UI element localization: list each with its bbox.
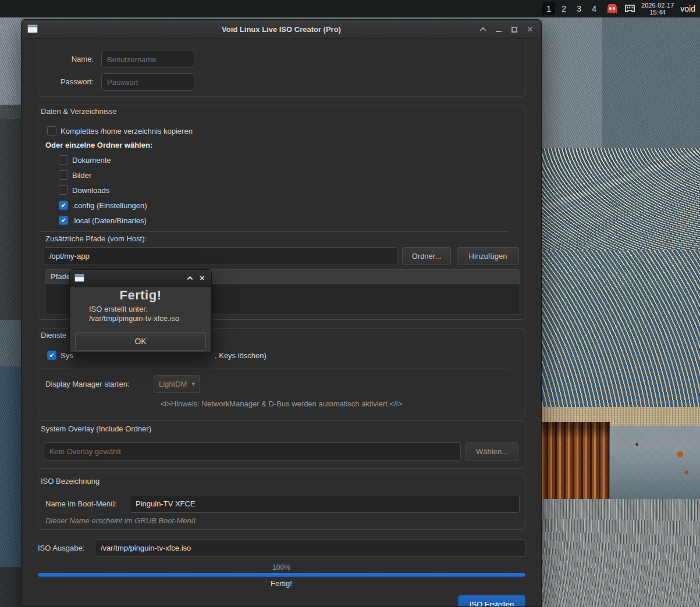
dialog-close-icon[interactable]: ✕ bbox=[199, 274, 205, 282]
chevron-down-icon: ▾ bbox=[191, 380, 195, 388]
checkbox-bilder[interactable] bbox=[59, 170, 68, 180]
display-manager-value: LightDM bbox=[159, 380, 187, 388]
extra-paths-label: Zusätzliche Pfade (vom Host): bbox=[45, 234, 147, 243]
folder-row-dokumente: Dokumente bbox=[59, 155, 111, 165]
overlay-group-title: System Overlay (Include Ordner) bbox=[41, 424, 151, 433]
password-input[interactable] bbox=[101, 73, 194, 91]
home-checkbox-row: Komplettes /home verzeichnis kopieren bbox=[47, 126, 193, 135]
folder-row-bilder: Bilder bbox=[59, 170, 91, 180]
shade-button[interactable] bbox=[479, 26, 487, 34]
panel-clock[interactable]: 2026-02-17 15:44 bbox=[641, 2, 674, 16]
dialog-message-line2: /var/tmp/pinguin-tv-xfce.iso bbox=[89, 314, 179, 323]
ghost-tray-icon[interactable] bbox=[607, 4, 617, 14]
home-checkbox-label: Komplettes /home verzeichnis kopieren bbox=[61, 127, 193, 135]
iso-output-label: ISO Ausgabe: bbox=[38, 539, 84, 557]
dialog-ok-button[interactable]: OK bbox=[75, 332, 206, 351]
folder-browse-button[interactable]: Ordner... bbox=[402, 247, 451, 265]
progress-bar bbox=[38, 573, 525, 577]
folder-label: .local (Daten/Binaries) bbox=[72, 216, 147, 225]
services-group-title: Dienste bbox=[41, 331, 66, 340]
overlay-choose-button[interactable]: Wählen... bbox=[466, 442, 518, 460]
minimize-button[interactable] bbox=[495, 26, 503, 34]
bootname-label: Name im Boot-Menü: bbox=[45, 495, 117, 513]
folders-subheading: Oder einzelne Ordner wählen: bbox=[45, 141, 152, 149]
folder-label: Downloads bbox=[72, 186, 109, 195]
password-label: Passwort: bbox=[38, 73, 94, 91]
folder-label: .config (Einstellungen) bbox=[72, 201, 147, 210]
section-separator bbox=[40, 231, 509, 232]
completion-dialog: ✕ Fertig! ISO erstellt unter: /var/tmp/p… bbox=[69, 269, 212, 353]
services-hint: <i>Hinweis: NetworkManager & D-Bus werde… bbox=[22, 399, 541, 408]
checkbox-config[interactable] bbox=[59, 201, 68, 210]
folder-label: Bilder bbox=[72, 171, 91, 180]
dialog-titlebar[interactable]: ✕ bbox=[70, 270, 211, 287]
window-title: Void Linux Live ISO Creator (Pro) bbox=[22, 25, 541, 34]
username-input[interactable] bbox=[101, 51, 194, 68]
create-iso-button[interactable]: ISO Erstellen bbox=[458, 595, 525, 606]
dialog-title: Fertig! bbox=[70, 288, 211, 303]
name-label: Name: bbox=[38, 51, 94, 68]
paths-column-header: Pfade bbox=[51, 273, 70, 281]
progress-bar-fill bbox=[38, 573, 525, 577]
close-button[interactable]: ✕ bbox=[526, 26, 534, 34]
services-checkbox-label-right: , Keys löschen) bbox=[215, 351, 267, 360]
folder-label: Dokumente bbox=[72, 156, 111, 165]
status-label: Fertig! bbox=[22, 579, 541, 588]
display-manager-label: Display Manager starten: bbox=[45, 375, 130, 393]
data-group-title: Daten & Verzeichnisse bbox=[41, 107, 117, 116]
workspace-2[interactable]: 2 bbox=[557, 2, 570, 15]
overlay-path-input[interactable] bbox=[44, 442, 461, 460]
workspace-switcher: 1 2 3 4 bbox=[542, 2, 600, 15]
dialog-window-icon bbox=[74, 274, 84, 282]
extra-path-input[interactable] bbox=[44, 247, 397, 265]
workspace-3[interactable]: 3 bbox=[573, 2, 585, 15]
network-icon[interactable] bbox=[624, 4, 636, 13]
folder-row-downloads: Downloads bbox=[59, 185, 109, 195]
workspace-4[interactable]: 4 bbox=[588, 2, 600, 15]
top-panel: 1 2 3 4 2026-02-17 15:44 void bbox=[0, 0, 700, 17]
window-titlebar[interactable]: Void Linux Live ISO Creator (Pro) ✕ bbox=[22, 20, 541, 39]
checkbox-dokumente[interactable] bbox=[59, 155, 68, 165]
progress-percent-label: 100% bbox=[22, 563, 541, 572]
checkbox-local[interactable] bbox=[59, 216, 68, 225]
workspace-1[interactable]: 1 bbox=[542, 2, 555, 15]
services-checkbox[interactable] bbox=[47, 351, 56, 360]
checkbox-downloads[interactable] bbox=[59, 185, 68, 195]
clock-time: 15:44 bbox=[641, 9, 674, 16]
display-manager-dropdown[interactable]: LightDM ▾ bbox=[154, 375, 200, 393]
clock-date: 2026-02-17 bbox=[641, 2, 674, 9]
dialog-shade-button[interactable] bbox=[187, 276, 193, 282]
add-path-button[interactable]: Hinzufügen bbox=[457, 247, 519, 265]
bootname-hint: Dieser Name erscheint im GRUB Boot-Menü bbox=[45, 516, 196, 525]
bootname-input[interactable] bbox=[130, 495, 520, 513]
iso-label-group-title: ISO Bezeichnung bbox=[41, 477, 100, 485]
home-checkbox[interactable] bbox=[47, 126, 56, 135]
window-icon bbox=[27, 24, 38, 33]
folder-row-config: .config (Einstellungen) bbox=[59, 201, 147, 210]
host-label: void bbox=[679, 4, 695, 13]
iso-output-input[interactable] bbox=[95, 539, 525, 557]
folder-row-local: .local (Daten/Binaries) bbox=[59, 216, 147, 225]
services-separator bbox=[40, 369, 509, 369]
dialog-message-line1: ISO erstellt unter: bbox=[89, 305, 148, 313]
maximize-button[interactable] bbox=[510, 26, 518, 34]
